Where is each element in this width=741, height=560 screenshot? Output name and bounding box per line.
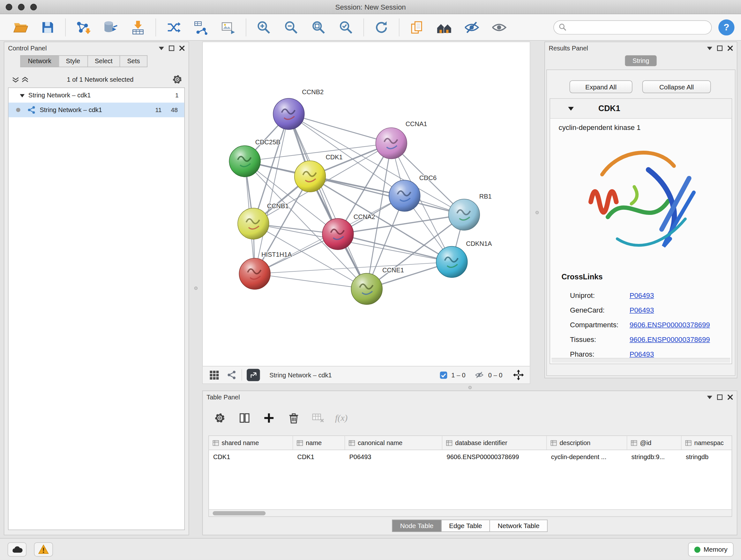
- network-collection-row[interactable]: String Network – cdk1 1: [9, 88, 185, 103]
- tab-string[interactable]: String: [625, 55, 657, 66]
- add-column-icon[interactable]: [258, 407, 280, 429]
- zoom-out-icon[interactable]: [280, 16, 302, 38]
- home-icon[interactable]: [433, 16, 455, 38]
- tab-network[interactable]: Network: [20, 55, 58, 67]
- node-HIST1H1A[interactable]: [239, 258, 270, 290]
- panel-close-icon[interactable]: [727, 394, 733, 400]
- selected-checkbox-icon[interactable]: [440, 371, 448, 379]
- column-header-canonical-name[interactable]: canonical name: [345, 436, 442, 449]
- node-CDC25B[interactable]: [229, 145, 260, 177]
- zoom-in-icon[interactable]: [253, 16, 274, 38]
- panel-collapse-icon[interactable]: [159, 46, 164, 50]
- node-CCNA1[interactable]: [376, 128, 407, 159]
- panel-collapse-icon[interactable]: [707, 395, 712, 399]
- new-network-from-table-icon[interactable]: [190, 16, 212, 38]
- node-CCNE1[interactable]: [351, 273, 382, 305]
- open-in-window-icon[interactable]: [247, 369, 260, 381]
- duplicate-document-icon[interactable]: [406, 16, 428, 38]
- results-scrollbar[interactable]: [551, 358, 730, 363]
- panel-collapse-icon[interactable]: [707, 46, 712, 50]
- pan-move-icon[interactable]: [513, 369, 524, 381]
- collapse-all-icon[interactable]: [21, 76, 29, 82]
- column-header-name[interactable]: name: [293, 436, 345, 449]
- edge-CCNE1-HIST1H1A[interactable]: [255, 273, 367, 289]
- memory-button[interactable]: Memory: [688, 543, 733, 557]
- column-header-database-identifier[interactable]: database identifier: [442, 436, 547, 449]
- new-network-icon[interactable]: [162, 16, 184, 38]
- network-share-icon[interactable]: [226, 370, 237, 380]
- node-CDC6[interactable]: [389, 180, 420, 211]
- import-network-database-icon[interactable]: [99, 16, 121, 38]
- search-box[interactable]: [553, 20, 712, 34]
- save-session-icon[interactable]: [37, 16, 59, 38]
- network-row-selected[interactable]: String Network – cdk1 11 48: [9, 103, 185, 117]
- tab-style[interactable]: Style: [58, 55, 87, 67]
- collapse-all-button[interactable]: Collapse All: [643, 80, 711, 93]
- panel-close-icon[interactable]: [727, 45, 733, 51]
- network-graph[interactable]: CCNB2CCNA1CDC25BCDK1CDC6RB1CCNB1CCNA2CDK…: [203, 42, 530, 366]
- node-RB1[interactable]: [448, 199, 480, 231]
- node-CDKN1A[interactable]: [436, 246, 468, 278]
- close-window-button[interactable]: [6, 4, 12, 10]
- tab-select[interactable]: Select: [87, 55, 119, 67]
- warning-icon[interactable]: [34, 543, 53, 557]
- tree-caret-icon[interactable]: [20, 93, 24, 97]
- open-session-icon[interactable]: [10, 16, 31, 38]
- show-eye-icon[interactable]: [488, 16, 510, 38]
- export-image-icon[interactable]: [217, 16, 239, 38]
- column-header-namespac[interactable]: namespac: [682, 436, 732, 449]
- table-horizontal-scrollbar[interactable]: [209, 509, 732, 516]
- crosslink-value-link[interactable]: P06493: [630, 291, 654, 299]
- crosslink-value-link[interactable]: 9606.ENSP00000378699: [630, 320, 710, 328]
- gear-icon[interactable]: [209, 407, 231, 429]
- zoom-selected-icon[interactable]: [335, 16, 357, 38]
- zoom-window-button[interactable]: [30, 4, 37, 10]
- scrollbar-thumb[interactable]: [212, 511, 266, 515]
- crosslink-value-link[interactable]: 9606.ENSP00000378699: [630, 335, 710, 343]
- tab-node-table[interactable]: Node Table: [392, 520, 441, 532]
- gear-icon[interactable]: [172, 74, 183, 85]
- tab-edge-table[interactable]: Edge Table: [441, 520, 489, 532]
- splitter-handle[interactable]: [194, 287, 198, 290]
- panel-float-icon[interactable]: [717, 45, 723, 51]
- help-icon[interactable]: ?: [718, 19, 734, 35]
- table-row[interactable]: CDK1CDK1P064939606.ENSP00000378699cyclin…: [209, 450, 732, 463]
- delete-column-icon[interactable]: [283, 407, 305, 429]
- crosslink-value-link[interactable]: P06493: [630, 350, 654, 358]
- import-network-file-icon[interactable]: [72, 16, 94, 38]
- refresh-layout-icon[interactable]: [370, 16, 392, 38]
- zoom-fit-icon[interactable]: [308, 16, 329, 38]
- crosslink-row: Compartments:9606.ENSP00000378699: [570, 317, 727, 332]
- column-header-shared-name[interactable]: shared name: [209, 436, 293, 449]
- edge-CDK1-RB1[interactable]: [310, 176, 464, 214]
- tab-sets[interactable]: Sets: [120, 55, 147, 67]
- column-header-description[interactable]: description: [547, 436, 627, 449]
- panel-float-icon[interactable]: [717, 394, 723, 400]
- node-CCNA2[interactable]: [322, 219, 354, 250]
- select-columns-icon[interactable]: [233, 407, 255, 429]
- hide-eye-icon[interactable]: [461, 16, 482, 38]
- expand-all-icon[interactable]: [12, 76, 19, 82]
- hidden-eye-icon[interactable]: [474, 371, 484, 379]
- network-canvas[interactable]: CCNB2CCNA1CDC25BCDK1CDC6RB1CCNB1CCNA2CDK…: [203, 42, 530, 366]
- node-CCNB2[interactable]: [273, 98, 305, 130]
- tab-network-table[interactable]: Network Table: [489, 520, 547, 532]
- panel-float-icon[interactable]: [169, 45, 175, 51]
- splitter-handle[interactable]: [468, 386, 472, 389]
- cloud-icon[interactable]: [8, 543, 26, 557]
- birds-eye-view-icon[interactable]: [208, 369, 220, 381]
- import-table-icon[interactable]: [127, 16, 149, 38]
- edge-CCNB2-CCNE1[interactable]: [289, 114, 367, 289]
- column-header--id[interactable]: @id: [627, 436, 681, 449]
- card-caret-icon[interactable]: [568, 106, 574, 111]
- edge-CCNB2-HIST1H1A[interactable]: [255, 114, 289, 274]
- expand-all-button[interactable]: Expand All: [569, 80, 632, 93]
- search-input[interactable]: [569, 23, 706, 31]
- edge-CCNB2-CCNA1[interactable]: [289, 114, 391, 143]
- splitter-handle[interactable]: [536, 211, 539, 214]
- node-CDK1[interactable]: [294, 161, 326, 192]
- node-CCNB1[interactable]: [238, 208, 269, 240]
- crosslink-value-link[interactable]: P06493: [630, 306, 654, 314]
- minimize-window-button[interactable]: [18, 4, 24, 10]
- panel-close-icon[interactable]: [179, 45, 185, 51]
